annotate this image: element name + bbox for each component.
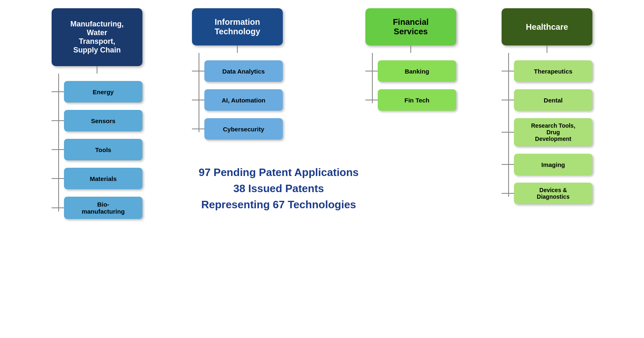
branch-fintech: Fin Tech xyxy=(365,89,456,111)
sub-energy: Energy xyxy=(64,81,142,102)
sub-imaging: Imaging xyxy=(514,154,592,175)
sub-therapeutics: Therapeutics xyxy=(514,60,592,82)
sub-ai-automation: AI, Automation xyxy=(204,89,283,111)
sub-banking: Banking xyxy=(378,60,456,82)
sub-fintech: Fin Tech xyxy=(378,89,456,111)
sub-sensors: Sensors xyxy=(64,110,142,131)
sub-research-tools: Research Tools, Drug Development xyxy=(514,118,592,146)
column-it: Information Technology Data Analytics AI… xyxy=(155,8,320,213)
branch-cybersecurity: Cybersecurity xyxy=(192,118,283,140)
branch-ai-automation: AI, Automation xyxy=(192,89,283,111)
sub-dental: Dental xyxy=(514,89,592,111)
sub-data-analytics: Data Analytics xyxy=(204,60,283,82)
branch-banking: Banking xyxy=(365,60,456,82)
stats-line2: 38 Issued Patents xyxy=(233,182,324,195)
branch-biomanufacturing: Bio- manufacturing xyxy=(52,197,142,219)
sub-tools: Tools xyxy=(64,139,142,160)
header-it: Information Technology xyxy=(192,8,283,45)
header-manufacturing: Manufacturing, Water Transport, Supply C… xyxy=(52,8,142,66)
header-financial: Financial Services xyxy=(365,8,456,45)
branch-energy: Energy xyxy=(52,81,142,102)
column-manufacturing: Manufacturing, Water Transport, Supply C… xyxy=(52,8,142,219)
branch-data-analytics: Data Analytics xyxy=(192,60,283,82)
sub-devices-diagnostics: Devices & Diagnostics xyxy=(514,183,592,204)
stats-line1: 97 Pending Patent Applications xyxy=(199,166,359,179)
sub-biomanufacturing: Bio- manufacturing xyxy=(64,197,142,219)
branch-materials: Materials xyxy=(52,168,142,189)
column-healthcare: Healthcare Therapeutics Dental Research … xyxy=(502,8,592,204)
column-financial: Financial Services Banking Fin Tech xyxy=(365,8,456,111)
diagram: Manufacturing, Water Transport, Supply C… xyxy=(0,0,644,338)
header-healthcare: Healthcare xyxy=(502,8,592,45)
branch-research-tools: Research Tools, Drug Development xyxy=(502,118,592,146)
branch-sensors: Sensors xyxy=(52,110,142,131)
branch-devices-diagnostics: Devices & Diagnostics xyxy=(502,183,592,204)
branch-imaging: Imaging xyxy=(502,154,592,175)
branch-tools: Tools xyxy=(52,139,142,160)
branch-therapeutics: Therapeutics xyxy=(502,60,592,82)
stats-block: 97 Pending Patent Applications 38 Issued… xyxy=(196,164,361,213)
stats-line3: Representing 67 Technologies xyxy=(201,198,356,211)
sub-materials: Materials xyxy=(64,168,142,189)
branch-dental: Dental xyxy=(502,89,592,111)
sub-cybersecurity: Cybersecurity xyxy=(204,118,283,140)
